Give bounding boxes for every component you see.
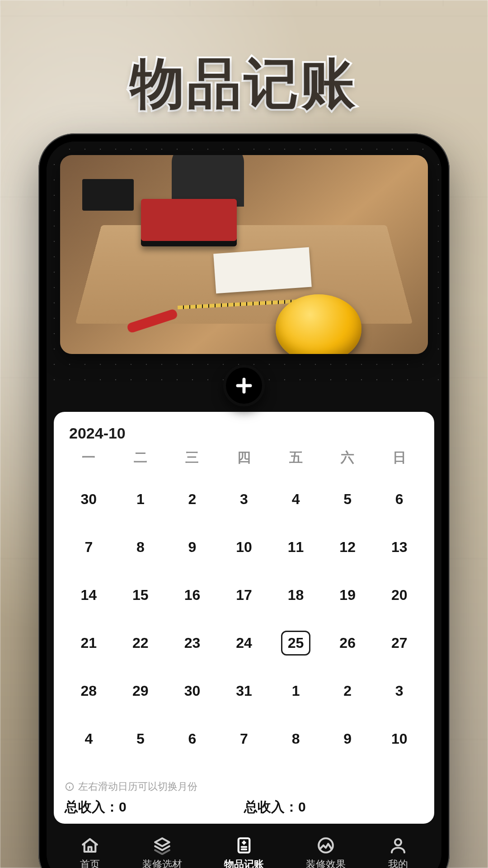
weekday: 一 bbox=[63, 448, 115, 467]
calendar-card: 2024-10 一 二 三 四 五 六 日 301234567891011121… bbox=[54, 412, 434, 824]
nav-material[interactable]: 装修选材 bbox=[142, 835, 182, 868]
layers-icon bbox=[152, 835, 173, 856]
calendar-day[interactable]: 8 bbox=[270, 715, 322, 763]
weekday: 三 bbox=[166, 448, 218, 467]
hero-area bbox=[47, 142, 441, 386]
calendar-day[interactable]: 5 bbox=[322, 475, 374, 523]
add-button[interactable] bbox=[223, 365, 265, 406]
calendar-day[interactable]: 20 bbox=[373, 571, 425, 619]
month-label[interactable]: 2024-10 bbox=[63, 425, 425, 442]
calendar-day[interactable]: 16 bbox=[166, 571, 218, 619]
calendar-day[interactable]: 28 bbox=[63, 667, 115, 715]
calendar-day[interactable]: 30 bbox=[63, 475, 115, 523]
weekday: 二 bbox=[115, 448, 167, 467]
totals-row: 总收入：0 总收入：0 bbox=[63, 798, 425, 816]
weekday-header: 一 二 三 四 五 六 日 bbox=[63, 448, 425, 467]
weekday: 日 bbox=[373, 448, 425, 467]
weekday: 四 bbox=[218, 448, 270, 467]
nav-mine[interactable]: 我的 bbox=[388, 835, 408, 868]
calendar-day[interactable]: 29 bbox=[115, 667, 167, 715]
weekday: 六 bbox=[322, 448, 374, 467]
calendar-day[interactable]: 7 bbox=[218, 715, 270, 763]
nav-label: 首页 bbox=[80, 858, 100, 868]
calendar-day[interactable]: 8 bbox=[115, 523, 167, 571]
calendar-day[interactable]: 26 bbox=[322, 619, 374, 667]
calendar-day[interactable]: 17 bbox=[218, 571, 270, 619]
nav-ledger[interactable]: 物品记账 bbox=[224, 835, 264, 868]
calendar-day[interactable]: 6 bbox=[373, 475, 425, 523]
info-icon bbox=[65, 782, 75, 792]
calendar-day[interactable]: 3 bbox=[373, 667, 425, 715]
calendar-day[interactable]: 24 bbox=[218, 619, 270, 667]
calendar-day[interactable]: 30 bbox=[166, 667, 218, 715]
calendar-grid[interactable]: 3012345678910111213141516171819202122232… bbox=[63, 475, 425, 763]
swipe-hint: 左右滑动日历可以切换月份 bbox=[63, 776, 425, 798]
image-icon bbox=[315, 835, 336, 856]
calendar-day[interactable]: 12 bbox=[322, 523, 374, 571]
ledger-icon bbox=[234, 835, 254, 856]
calendar-day[interactable]: 27 bbox=[373, 619, 425, 667]
calendar-day[interactable]: 21 bbox=[63, 619, 115, 667]
calendar-day[interactable]: 10 bbox=[373, 715, 425, 763]
svg-point-3 bbox=[395, 839, 401, 845]
nav-label: 装修效果 bbox=[306, 858, 346, 868]
phone-frame: 2024-10 一 二 三 四 五 六 日 301234567891011121… bbox=[38, 133, 450, 868]
plus-icon bbox=[235, 376, 253, 395]
calendar-day[interactable]: 1 bbox=[270, 667, 322, 715]
calendar-day[interactable]: 19 bbox=[322, 571, 374, 619]
calendar-day[interactable]: 18 bbox=[270, 571, 322, 619]
svg-rect-1 bbox=[239, 838, 250, 853]
calendar-day[interactable]: 6 bbox=[166, 715, 218, 763]
calendar-day[interactable]: 25 bbox=[270, 619, 322, 667]
nav-effect[interactable]: 装修效果 bbox=[306, 835, 346, 868]
calendar-day[interactable]: 31 bbox=[218, 667, 270, 715]
calendar-day[interactable]: 13 bbox=[373, 523, 425, 571]
nav-label: 物品记账 bbox=[224, 858, 264, 868]
calendar-day[interactable]: 3 bbox=[218, 475, 270, 523]
total-income-left: 总收入：0 bbox=[65, 798, 244, 816]
nav-label: 我的 bbox=[388, 858, 408, 868]
calendar-day[interactable]: 5 bbox=[115, 715, 167, 763]
hero-image[interactable] bbox=[60, 155, 428, 354]
calendar-day[interactable]: 9 bbox=[322, 715, 374, 763]
calendar-day[interactable]: 4 bbox=[270, 475, 322, 523]
home-icon bbox=[80, 835, 100, 856]
calendar-day[interactable]: 11 bbox=[270, 523, 322, 571]
user-icon bbox=[388, 835, 408, 856]
calendar-day[interactable]: 2 bbox=[166, 475, 218, 523]
calendar-day[interactable]: 22 bbox=[115, 619, 167, 667]
calendar-day[interactable]: 1 bbox=[115, 475, 167, 523]
nav-home[interactable]: 首页 bbox=[80, 835, 100, 868]
svg-point-2 bbox=[319, 838, 333, 853]
calendar-day[interactable]: 4 bbox=[63, 715, 115, 763]
calendar-day[interactable]: 10 bbox=[218, 523, 270, 571]
total-income-right: 总收入：0 bbox=[244, 798, 423, 816]
calendar-day[interactable]: 9 bbox=[166, 523, 218, 571]
weekday: 五 bbox=[270, 448, 322, 467]
nav-label: 装修选材 bbox=[142, 858, 182, 868]
calendar-day[interactable]: 14 bbox=[63, 571, 115, 619]
calendar-day[interactable]: 7 bbox=[63, 523, 115, 571]
bottom-nav: 首页 装修选材 物品记账 装修效果 bbox=[47, 824, 441, 868]
calendar-day[interactable]: 2 bbox=[322, 667, 374, 715]
calendar-day[interactable]: 15 bbox=[115, 571, 167, 619]
calendar-day[interactable]: 23 bbox=[166, 619, 218, 667]
phone-screen: 2024-10 一 二 三 四 五 六 日 301234567891011121… bbox=[47, 142, 441, 868]
page-title: 物品记账 bbox=[0, 47, 488, 121]
